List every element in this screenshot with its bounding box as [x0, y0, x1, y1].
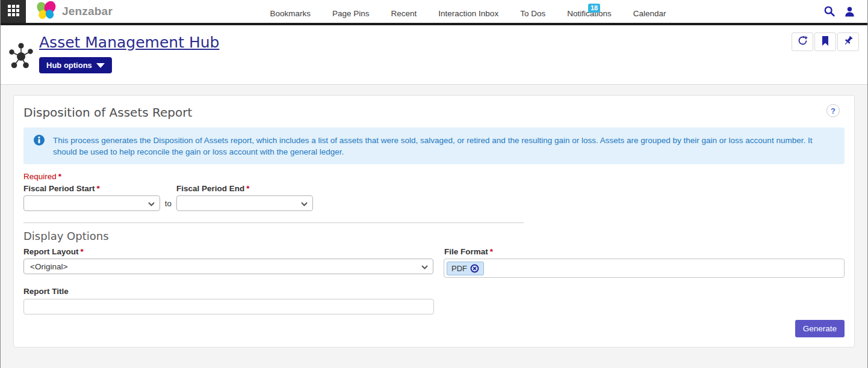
page-title-link[interactable]: Asset Management Hub [39, 34, 219, 51]
question-mark-icon: ? [831, 106, 835, 115]
nav-label: Bookmarks [270, 9, 311, 18]
report-title-label: Report Title [23, 287, 845, 296]
report-title-heading: Disposition of Assets Report [23, 105, 845, 120]
generate-button[interactable]: Generate [795, 320, 845, 337]
pin-icon [843, 35, 854, 49]
fiscal-period-end-label: Fiscal Period End* [176, 184, 250, 193]
report-card: Disposition of Assets Report ? This proc… [13, 95, 855, 348]
bookmark-icon [820, 35, 830, 49]
help-button[interactable]: ? [826, 104, 840, 117]
file-format-label: File Format* [444, 247, 493, 256]
section-divider [23, 222, 524, 223]
fiscal-period-end-select[interactable] [176, 195, 313, 211]
required-asterisk: * [95, 184, 100, 193]
top-bar: Jenzabar Bookmarks Page Pins Recent Inte… [1, 0, 867, 23]
info-message-text: This process generates the Disposition o… [53, 134, 835, 158]
required-asterisk: * [79, 247, 84, 256]
topnav-item-recent[interactable]: Recent [391, 8, 418, 19]
topnav-item-calendar[interactable]: Calendar [633, 8, 667, 19]
topnav-item-interaction-inbox[interactable]: Interaction Inbox [438, 8, 499, 19]
to-label: to [160, 199, 176, 208]
chip-label: PDF [451, 264, 467, 273]
hub-options-label: Hub options [46, 61, 92, 70]
topnav-item-to-dos[interactable]: To Dos [519, 8, 546, 19]
search-icon[interactable] [823, 5, 835, 17]
hub-network-icon [7, 38, 35, 76]
refresh-add-icon [796, 34, 809, 49]
report-layout-select[interactable]: <Original> [23, 259, 433, 274]
required-asterisk: * [57, 172, 61, 181]
nav-label: Calendar [633, 9, 666, 18]
topnav-item-bookmarks[interactable]: Bookmarks [269, 8, 311, 19]
topnav-item-page-pins[interactable]: Page Pins [332, 8, 370, 19]
required-note: Required* [23, 172, 845, 181]
nav-label: Interaction Inbox [438, 9, 498, 18]
brand-name: Jenzabar [62, 5, 113, 18]
butterfly-logo-icon [34, 1, 58, 22]
bookmark-page-button[interactable] [814, 32, 836, 51]
display-options-heading: Display Options [23, 230, 845, 242]
report-layout-label: Report Layout* [23, 247, 444, 256]
info-icon [33, 134, 45, 149]
info-message: This process generates the Disposition o… [23, 127, 845, 164]
grid-icon [8, 5, 19, 19]
file-format-chip: PDF [447, 262, 484, 275]
topnav-item-notifications[interactable]: 18 Notifications [566, 8, 612, 19]
app-menu-button[interactable] [1, 0, 26, 23]
fiscal-period-start-select[interactable] [23, 195, 160, 211]
fiscal-period-start-label: Fiscal Period Start* [23, 184, 176, 193]
add-to-recent-button[interactable] [792, 32, 813, 51]
nav-label: Page Pins [332, 9, 370, 18]
report-title-input[interactable] [23, 299, 434, 314]
brand-logo[interactable]: Jenzabar [26, 0, 119, 23]
hub-options-button[interactable]: Hub options [39, 57, 112, 73]
chevron-down-icon [96, 63, 105, 68]
nav-label: To Dos [520, 9, 545, 18]
required-asterisk: * [488, 247, 493, 256]
required-asterisk: * [244, 184, 249, 193]
pin-page-button[interactable] [837, 32, 859, 51]
hub-header: Asset Management Hub Hub options [1, 25, 867, 85]
file-format-field[interactable]: PDF [444, 259, 845, 278]
user-icon[interactable] [844, 6, 855, 17]
notifications-badge: 18 [588, 4, 600, 13]
nav-label: Recent [391, 9, 417, 18]
circle-x-icon[interactable] [470, 264, 479, 273]
top-navigation: Bookmarks Page Pins Recent Interaction I… [269, 0, 666, 23]
